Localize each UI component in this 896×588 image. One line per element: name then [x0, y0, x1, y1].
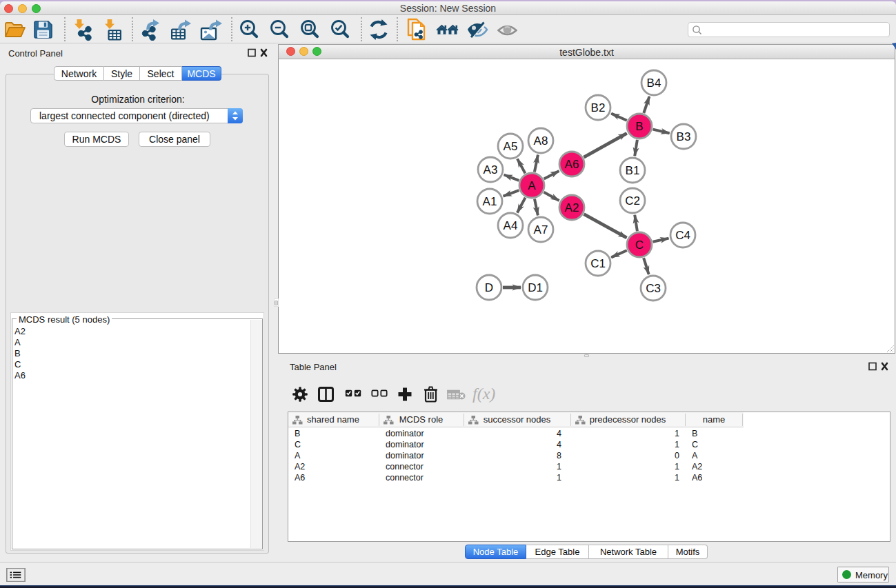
svg-text:A: A: [528, 179, 536, 192]
svg-text:A5: A5: [504, 140, 518, 153]
svg-text:A8: A8: [534, 134, 548, 148]
svg-text:B: B: [635, 120, 643, 133]
svg-text:B4: B4: [647, 77, 661, 90]
svg-text:C4: C4: [675, 229, 690, 242]
svg-text:C: C: [635, 239, 644, 252]
svg-text:A1: A1: [483, 195, 497, 208]
svg-text:B3: B3: [677, 130, 691, 143]
svg-text:C3: C3: [646, 282, 661, 295]
svg-text:B2: B2: [591, 101, 606, 114]
svg-text:A2: A2: [565, 201, 579, 214]
svg-text:A7: A7: [534, 223, 548, 236]
svg-text:A6: A6: [565, 158, 579, 171]
svg-text:C1: C1: [590, 257, 606, 270]
svg-text:B1: B1: [626, 164, 640, 177]
svg-text:A4: A4: [504, 219, 518, 232]
svg-text:D: D: [485, 281, 493, 294]
svg-text:A3: A3: [484, 163, 498, 176]
svg-text:C2: C2: [625, 194, 640, 207]
svg-text:D1: D1: [528, 281, 543, 294]
